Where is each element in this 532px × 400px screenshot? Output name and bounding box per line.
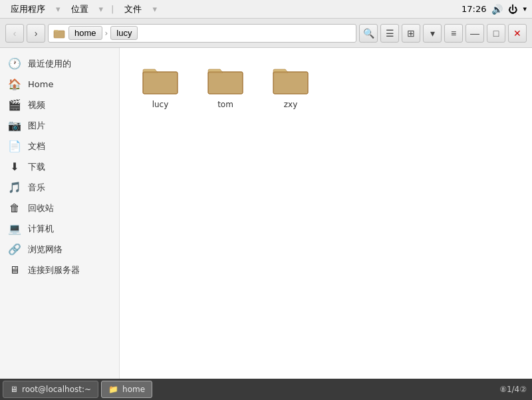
breadcrumb-home[interactable]: home bbox=[68, 26, 102, 40]
power-icon[interactable]: ⏻ bbox=[508, 4, 517, 15]
location-bar: home › lucy bbox=[48, 24, 356, 43]
file-item-zxy[interactable]: zxy bbox=[261, 59, 321, 114]
documents-icon: 📄 bbox=[8, 140, 21, 152]
svg-rect-0 bbox=[54, 31, 65, 38]
breadcrumb-sep: › bbox=[105, 29, 108, 38]
top-menubar-left: 应用程序 ▾ 位置 ▾ | 文件 ▾ bbox=[5, 2, 160, 17]
menu-separator-1: ▾ bbox=[56, 4, 61, 14]
server-icon: 🖥 bbox=[8, 264, 21, 276]
recent-icon: 🕐 bbox=[8, 57, 21, 70]
sidebar-label-network: 浏览网络 bbox=[28, 244, 63, 256]
file-menu[interactable]: 文件 bbox=[119, 2, 147, 17]
breadcrumb-lucy[interactable]: lucy bbox=[110, 26, 138, 40]
sidebar-label-video: 视频 bbox=[28, 99, 45, 111]
taskbar-filemanager[interactable]: 📁 home bbox=[101, 381, 152, 398]
svg-rect-1 bbox=[143, 72, 178, 94]
downloads-icon: ⬇ bbox=[8, 160, 21, 173]
computer-icon: 💻 bbox=[8, 222, 21, 235]
folder-icon-tom bbox=[207, 64, 244, 96]
sidebar-item-documents[interactable]: 📄 文档 bbox=[0, 136, 119, 156]
sidebar-item-home[interactable]: 🏠 Home bbox=[0, 74, 119, 95]
sidebar-label-pictures: 图片 bbox=[28, 120, 45, 132]
pictures-icon: 📷 bbox=[8, 119, 21, 132]
pager-info: ⑧1/4② bbox=[499, 385, 527, 394]
folder-icon-lucy bbox=[142, 64, 179, 96]
sidebar-label-music: 音乐 bbox=[28, 182, 45, 194]
folder-icon-zxy bbox=[272, 64, 309, 96]
minimize-button[interactable]: — bbox=[466, 24, 484, 43]
app-menu[interactable]: 应用程序 bbox=[5, 2, 51, 17]
extra-menu-button[interactable]: ≡ bbox=[444, 24, 463, 43]
trash-icon: 🗑 bbox=[8, 202, 21, 214]
file-area: lucy tom zxy bbox=[120, 48, 532, 379]
file-item-lucy[interactable]: lucy bbox=[130, 59, 190, 114]
music-icon: 🎵 bbox=[8, 181, 21, 194]
list-view-button[interactable]: ☰ bbox=[380, 24, 399, 43]
sidebar-item-server[interactable]: 🖥 连接到服务器 bbox=[0, 260, 119, 280]
file-label-zxy: zxy bbox=[284, 100, 298, 109]
volume-icon[interactable]: 🔊 bbox=[491, 4, 503, 15]
sidebar: 🕐 最近使用的 🏠 Home 🎬 视频 📷 图片 📄 文档 ⬇ 下载 🎵 音乐 bbox=[0, 48, 120, 379]
sidebar-item-downloads[interactable]: ⬇ 下载 bbox=[0, 156, 119, 177]
back-button[interactable]: ‹ bbox=[5, 24, 24, 43]
main-area: 🕐 最近使用的 🏠 Home 🎬 视频 📷 图片 📄 文档 ⬇ 下载 🎵 音乐 bbox=[0, 48, 532, 379]
svg-rect-5 bbox=[273, 72, 308, 94]
toolbar-right: 🔍 ☰ ⊞ ▾ ≡ — □ ✕ bbox=[359, 24, 527, 43]
sidebar-label-server: 连接到服务器 bbox=[28, 264, 80, 276]
sidebar-label-trash: 回收站 bbox=[28, 202, 54, 214]
time-display: 17:26 bbox=[462, 4, 486, 14]
search-button[interactable]: 🔍 bbox=[359, 24, 378, 43]
file-grid: lucy tom zxy bbox=[130, 59, 521, 114]
network-icon: 🔗 bbox=[8, 243, 21, 256]
close-button[interactable]: ✕ bbox=[508, 24, 527, 43]
toolbar: ‹ › home › lucy 🔍 ☰ ⊞ ▾ ≡ — □ ✕ bbox=[0, 19, 532, 48]
file-label-tom: tom bbox=[217, 100, 233, 109]
folder-location-icon bbox=[53, 27, 65, 39]
location-bar-icon bbox=[53, 27, 66, 40]
sidebar-item-video[interactable]: 🎬 视频 bbox=[0, 95, 119, 115]
menu-separator-2: ▾ bbox=[99, 4, 104, 14]
maximize-button[interactable]: □ bbox=[487, 24, 505, 43]
menu-divider: | bbox=[111, 4, 114, 14]
grid-view-button[interactable]: ⊞ bbox=[402, 24, 420, 43]
file-label-lucy: lucy bbox=[152, 100, 169, 109]
filemanager-label: home bbox=[122, 385, 145, 394]
forward-button[interactable]: › bbox=[27, 24, 45, 43]
file-item-tom[interactable]: tom bbox=[196, 59, 255, 114]
sidebar-label-home: Home bbox=[28, 79, 53, 89]
sidebar-item-network[interactable]: 🔗 浏览网络 bbox=[0, 239, 119, 260]
sidebar-label-downloads: 下载 bbox=[28, 161, 45, 173]
taskbar-pager: ⑧1/4② bbox=[499, 385, 529, 394]
filemanager-icon: 📁 bbox=[108, 385, 118, 394]
sidebar-item-music[interactable]: 🎵 音乐 bbox=[0, 177, 119, 198]
svg-rect-3 bbox=[208, 72, 243, 94]
sidebar-item-recent[interactable]: 🕐 最近使用的 bbox=[0, 53, 119, 74]
taskbar: 🖥 root@localhost:~ 📁 home ⑧1/4② bbox=[0, 379, 532, 400]
top-menubar-right: 17:26 🔊 ⏻ ▾ bbox=[462, 4, 527, 15]
sidebar-label-documents: 文档 bbox=[28, 140, 45, 152]
terminal-icon: 🖥 bbox=[10, 385, 18, 394]
video-icon: 🎬 bbox=[8, 99, 21, 111]
terminal-label: root@localhost:~ bbox=[22, 385, 91, 394]
sidebar-label-recent: 最近使用的 bbox=[28, 58, 71, 70]
taskbar-terminal[interactable]: 🖥 root@localhost:~ bbox=[3, 381, 98, 398]
sidebar-label-computer: 计算机 bbox=[28, 223, 54, 235]
top-menubar: 应用程序 ▾ 位置 ▾ | 文件 ▾ 17:26 🔊 ⏻ ▾ bbox=[0, 0, 532, 19]
home-icon: 🏠 bbox=[8, 78, 21, 91]
location-menu[interactable]: 位置 bbox=[66, 2, 94, 17]
menu-separator-3: ▾ bbox=[152, 4, 157, 14]
sidebar-item-computer[interactable]: 💻 计算机 bbox=[0, 218, 119, 239]
view-dropdown-button[interactable]: ▾ bbox=[423, 24, 442, 43]
sidebar-item-trash[interactable]: 🗑 回收站 bbox=[0, 198, 119, 218]
power-dropdown[interactable]: ▾ bbox=[523, 5, 527, 13]
sidebar-item-pictures[interactable]: 📷 图片 bbox=[0, 115, 119, 136]
